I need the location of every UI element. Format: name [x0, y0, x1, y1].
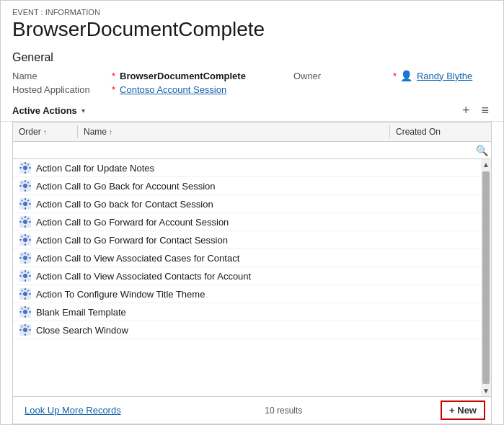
scroll-up-icon[interactable]: ▲ — [481, 159, 491, 170]
svg-rect-36 — [19, 239, 22, 241]
page-wrapper: EVENT : INFORMATION BrowserDocumentCompl… — [0, 0, 504, 425]
svg-rect-69 — [29, 311, 31, 313]
active-actions-bar: Active Actions ▾ + ≡ — [1, 99, 503, 122]
hosted-app-label: Hosted Application — [12, 84, 106, 95]
toolbar-right: + ≡ — [459, 102, 492, 118]
table-row[interactable]: Action Call to View Associated Cases for… — [13, 249, 491, 267]
svg-rect-58 — [25, 288, 26, 290]
svg-point-57 — [23, 292, 27, 296]
search-input[interactable] — [16, 143, 473, 157]
new-button[interactable]: + New — [441, 401, 485, 420]
active-actions-label[interactable]: Active Actions — [12, 105, 77, 116]
svg-point-1 — [23, 166, 27, 170]
name-row: Name * BrowserDocumentComplete Owner * 👤… — [12, 70, 492, 81]
table-row[interactable]: Action Call to Go Forward for Contact Se… — [13, 231, 491, 249]
table-row[interactable]: Close Search Window — [13, 321, 491, 339]
owner-value[interactable]: Randy Blythe — [417, 71, 472, 81]
svg-rect-5 — [29, 167, 31, 169]
svg-rect-51 — [25, 279, 26, 282]
action-icon — [19, 269, 32, 282]
col-created: Created On — [390, 125, 491, 138]
owner-required: * — [393, 71, 397, 81]
svg-rect-53 — [29, 275, 31, 277]
svg-rect-4 — [19, 167, 22, 169]
scroll-thumb[interactable] — [482, 171, 490, 384]
action-icon — [19, 197, 32, 210]
svg-point-17 — [23, 202, 27, 206]
grid-options-button[interactable]: ≡ — [478, 102, 492, 118]
svg-rect-27 — [25, 225, 26, 228]
row-name: Action Call to View Associated Cases for… — [36, 253, 485, 264]
svg-rect-61 — [29, 293, 31, 295]
svg-point-41 — [23, 256, 27, 260]
table-row[interactable]: Blank Email Template — [13, 303, 491, 321]
table-row[interactable]: Action To Configure Window Title Theme — [13, 285, 491, 303]
col-order: Order ↑ — [13, 125, 78, 138]
action-icon — [19, 179, 32, 192]
svg-rect-74 — [25, 324, 26, 326]
results-count: 10 results — [265, 406, 302, 416]
svg-rect-67 — [25, 316, 26, 318]
action-icon — [19, 215, 32, 228]
row-name: Action Call to Go Forward for Contact Se… — [36, 235, 485, 246]
svg-rect-20 — [19, 203, 22, 205]
col-name: Name ↑ — [78, 125, 390, 138]
hosted-app-value[interactable]: Contoso Account Session — [120, 84, 226, 95]
name-label: Name — [12, 71, 106, 81]
svg-rect-37 — [29, 239, 31, 241]
table-row[interactable]: Action Call to Go back for Contact Sessi… — [13, 195, 491, 213]
svg-rect-2 — [25, 162, 26, 164]
table-row[interactable]: Action Call to Go Back for Account Sessi… — [13, 177, 491, 195]
svg-rect-35 — [25, 243, 26, 246]
row-name: Blank Email Template — [36, 307, 485, 318]
scrollbar[interactable]: ▲ ▼ — [481, 159, 491, 396]
section-title: General — [1, 48, 503, 70]
svg-rect-11 — [25, 189, 26, 192]
row-name: Close Search Window — [36, 325, 485, 336]
table-row[interactable]: Action Call to Go Forward for Account Se… — [13, 213, 491, 231]
svg-rect-60 — [19, 293, 22, 295]
action-icon — [19, 323, 32, 336]
svg-rect-59 — [25, 298, 26, 300]
svg-point-25 — [23, 220, 27, 224]
table-row[interactable]: Action Call to View Associated Contacts … — [13, 267, 491, 285]
grid-footer: Look Up More Records 10 results + New — [13, 396, 491, 424]
row-name: Action Call to Go Back for Account Sessi… — [36, 181, 485, 192]
svg-point-49 — [23, 274, 27, 278]
svg-rect-21 — [29, 203, 31, 205]
action-icon — [19, 305, 32, 318]
table-row[interactable]: Action Call for Update Notes — [13, 159, 491, 177]
svg-rect-10 — [25, 180, 26, 182]
search-icon[interactable]: 🔍 — [476, 145, 488, 156]
svg-rect-28 — [19, 221, 22, 223]
grid-header: Order ↑ Name ↑ Created On — [13, 122, 491, 142]
svg-rect-18 — [25, 198, 26, 200]
row-name: Action Call to Go Forward for Account Se… — [36, 217, 485, 228]
name-value: BrowserDocumentComplete — [120, 71, 246, 81]
action-icon — [19, 251, 32, 264]
svg-rect-50 — [25, 270, 26, 272]
svg-rect-34 — [25, 234, 26, 236]
form-fields: Name * BrowserDocumentComplete Owner * 👤… — [1, 70, 503, 95]
scroll-down-icon[interactable]: ▼ — [481, 385, 491, 396]
svg-rect-29 — [29, 221, 31, 223]
add-button[interactable]: + — [459, 102, 473, 118]
person-icon: 👤 — [401, 70, 412, 81]
svg-rect-42 — [25, 252, 26, 254]
hosted-app-required: * — [112, 84, 115, 95]
chevron-down-icon[interactable]: ▾ — [81, 107, 85, 115]
owner-label: Owner — [293, 71, 387, 81]
action-icon — [19, 233, 32, 246]
svg-point-9 — [23, 184, 27, 188]
event-label: EVENT : INFORMATION — [1, 1, 503, 18]
svg-point-73 — [23, 328, 27, 332]
svg-rect-12 — [19, 185, 22, 187]
lookup-link[interactable]: Look Up More Records — [19, 402, 127, 419]
svg-rect-52 — [19, 275, 22, 277]
row-name: Action Call to Go back for Contact Sessi… — [36, 199, 485, 210]
svg-point-33 — [23, 238, 27, 242]
row-name: Action Call to View Associated Contacts … — [36, 271, 485, 282]
hosted-app-row: Hosted Application * Contoso Account Ses… — [12, 84, 492, 95]
svg-rect-19 — [25, 207, 26, 210]
row-name: Action Call for Update Notes — [36, 163, 485, 174]
